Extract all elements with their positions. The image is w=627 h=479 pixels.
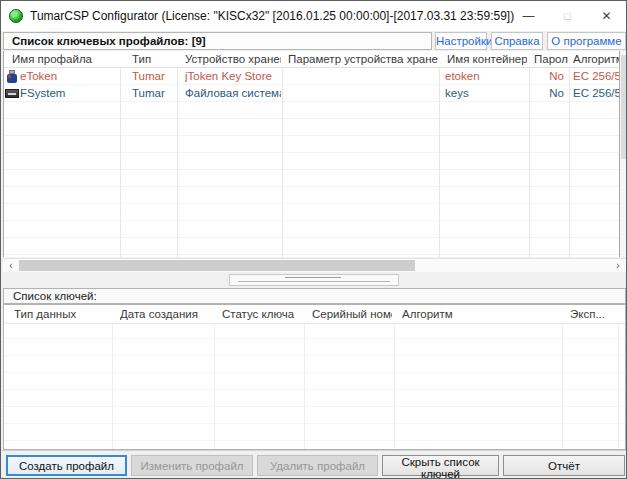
cell-device: Файловая система <box>185 85 281 102</box>
cell-device: jToken Key Store <box>185 68 281 85</box>
col-algorithm[interactable]: Алгоритм к <box>573 51 620 68</box>
app-icon <box>9 9 23 23</box>
keys-table-header: Тип данных Дата создания Статус ключа Се… <box>4 305 625 324</box>
col-password[interactable]: Пароль <box>534 51 568 68</box>
keys-list-header: Список ключей: <box>3 288 626 304</box>
vertical-scrollbar-thumb[interactable] <box>621 55 626 159</box>
scroll-left-icon[interactable]: ‹ <box>4 259 18 272</box>
profiles-table: Имя профайла Тип Устройство хранения Пар… <box>3 51 620 257</box>
col-container[interactable]: Имя контейнера <box>447 51 527 68</box>
hide-key-list-button[interactable]: Скрыть список ключей <box>382 455 499 476</box>
title-bar[interactable]: TumarCSP Configurator (License: "KISCx32… <box>1 1 626 31</box>
col-serial-number[interactable]: Серийный номер <box>312 305 392 324</box>
file-system-icon <box>5 89 19 98</box>
cell-password: No <box>529 68 564 85</box>
cell-type: Tumar <box>132 85 176 102</box>
cell-container: etoken <box>445 68 527 85</box>
cell-name: FSystem <box>20 85 118 102</box>
cell-algorithm: EC 256/512 <box>573 68 620 85</box>
splitter-grip <box>285 277 341 278</box>
vertical-scrollbar[interactable] <box>620 51 627 257</box>
app-window: TumarCSP Configurator (License: "KISCx32… <box>0 0 627 479</box>
cell-name: eToken <box>20 68 118 85</box>
maximize-icon[interactable]: □ <box>548 1 587 31</box>
table-row-fsystem[interactable]: FSystem Tumar Файловая система keys No E… <box>4 85 619 102</box>
col-data-type[interactable]: Тип данных <box>14 305 110 324</box>
window-title: TumarCSP Configurator (License: "KISCx32… <box>30 1 514 31</box>
horizontal-scrollbar-thumb[interactable] <box>19 260 415 271</box>
horizontal-scrollbar[interactable]: ‹ › <box>3 258 626 272</box>
create-profile-button[interactable]: Создать профайл <box>6 455 127 476</box>
col-profile-name[interactable]: Имя профайла <box>12 51 118 68</box>
about-button[interactable]: О программе <box>547 32 626 50</box>
cell-device-param <box>288 68 438 85</box>
close-icon[interactable]: ✕ <box>587 1 626 31</box>
col-key-status[interactable]: Статус ключа <box>222 305 302 324</box>
cell-algorithm: EC 256/512 <box>573 85 620 102</box>
profiles-list-header: Список ключевых профайлов: [9] <box>3 32 432 50</box>
cell-type: Tumar <box>132 68 176 85</box>
col-key-algorithm[interactable]: Алгоритм <box>402 305 560 324</box>
delete-profile-button[interactable]: Удалить профайл <box>257 455 378 476</box>
splitter-grip <box>238 281 390 282</box>
report-button[interactable]: Отчёт <box>503 455 625 476</box>
col-device[interactable]: Устройство хранения <box>185 51 281 68</box>
usb-token-icon <box>7 70 17 83</box>
table-row-etoken[interactable]: eToken Tumar jToken Key Store etoken No … <box>4 68 619 85</box>
profiles-table-header: Имя профайла Тип Устройство хранения Пар… <box>4 51 619 68</box>
scroll-right-icon[interactable]: › <box>611 259 625 272</box>
cell-container: keys <box>445 85 527 102</box>
col-export[interactable]: Эксп... <box>570 305 616 324</box>
col-type[interactable]: Тип <box>132 51 176 68</box>
cell-password: No <box>529 85 564 102</box>
window-controls: — □ ✕ <box>509 1 626 31</box>
minimize-icon[interactable]: — <box>509 1 548 31</box>
bottom-button-bar: Создать профайл Изменить профайл Удалить… <box>1 450 626 479</box>
col-device-param[interactable]: Параметр устройства хранения <box>288 51 438 68</box>
col-creation-date[interactable]: Дата создания <box>120 305 212 324</box>
splitter-zone <box>1 272 626 288</box>
cell-device-param <box>288 85 438 102</box>
splitter-handle[interactable] <box>229 274 399 286</box>
settings-button[interactable]: Настройки <box>435 32 487 50</box>
edit-profile-button[interactable]: Изменить профайл <box>131 455 253 476</box>
help-button[interactable]: Справка <box>491 32 543 50</box>
keys-table: Тип данных Дата создания Статус ключа Се… <box>3 304 626 450</box>
